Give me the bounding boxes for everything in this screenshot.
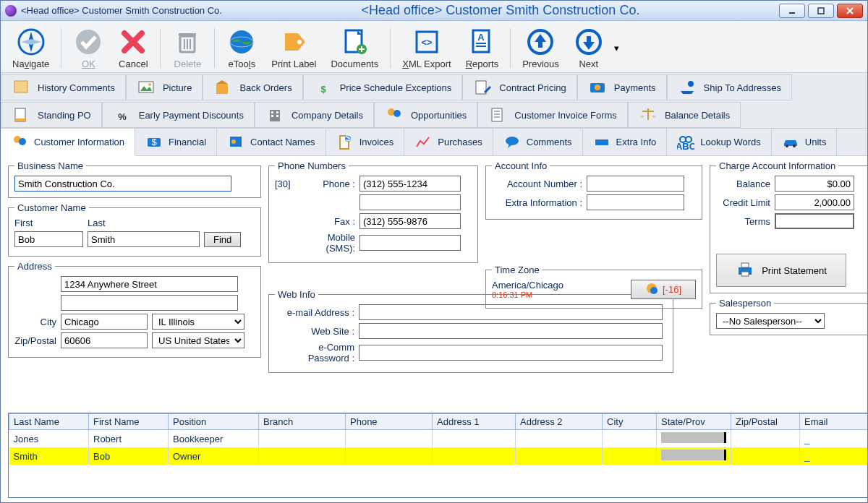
credit-input[interactable]: [775, 194, 854, 210]
minimize-button[interactable]: [779, 4, 805, 18]
table-row[interactable]: SmithBobOwner_: [9, 447, 868, 465]
first-name-input[interactable]: [14, 231, 83, 247]
tab-lookup-words[interactable]: ABCLookup Words: [667, 129, 772, 155]
svg-rect-1: [818, 8, 824, 14]
find-button[interactable]: Find: [204, 232, 241, 247]
trash-icon: [172, 27, 203, 57]
website-input[interactable]: [359, 323, 663, 339]
print-label-label: Print Label: [271, 59, 316, 69]
tab-comments[interactable]: Comments: [493, 129, 583, 155]
web-legend: Web Info: [275, 289, 318, 300]
last-name-input[interactable]: [88, 231, 200, 247]
maximize-button[interactable]: [808, 4, 834, 18]
x-icon: [118, 27, 148, 57]
phone-group: Phone Numbers [30] Phone : Fax : Mobile …: [268, 160, 478, 263]
tab-units[interactable]: Units: [772, 129, 838, 155]
company-details-button[interactable]: Company Details: [255, 102, 374, 128]
reports-button[interactable]: A Reports: [459, 24, 506, 72]
close-button[interactable]: [837, 4, 863, 18]
documents-label: Documents: [331, 59, 378, 69]
zip-label: Zip/Postal: [14, 335, 56, 346]
standing-po-button[interactable]: Standing PO: [1, 102, 102, 128]
mobile-input[interactable]: [359, 235, 461, 251]
table-row[interactable]: JonesRobertBookkeeper_: [9, 430, 868, 448]
comment-icon: [503, 134, 521, 151]
label-icon: [278, 27, 309, 57]
svg-rect-49: [271, 111, 273, 113]
terms-input[interactable]: [775, 213, 854, 229]
documents-button[interactable]: Documents: [323, 24, 386, 72]
contract-pricing-button[interactable]: Contract Pricing: [462, 74, 576, 100]
svg-rect-50: [276, 111, 278, 113]
next-dropdown[interactable]: ▾: [611, 24, 619, 72]
balance-input[interactable]: [775, 176, 854, 192]
svg-text:ABC: ABC: [677, 141, 694, 151]
phone-input[interactable]: [359, 176, 461, 192]
ecomm-input[interactable]: [359, 345, 663, 361]
price-schedule-button[interactable]: $Price Schedule Exceptions: [303, 74, 463, 100]
next-label: Next: [579, 59, 598, 69]
email-label: e-mail Address :: [275, 307, 354, 318]
document-plus-icon: [339, 27, 370, 57]
back-orders-button[interactable]: Back Orders: [203, 74, 302, 100]
chart-icon: [414, 134, 432, 151]
phone2-input[interactable]: [359, 194, 461, 210]
street1-input[interactable]: [61, 276, 238, 292]
tab-purchases[interactable]: Purchases: [404, 129, 493, 155]
invoice-forms-button[interactable]: Customer Invoice Forms: [477, 102, 628, 128]
delete-button: Delete: [165, 24, 210, 72]
tab-customer-information[interactable]: Customer Information: [1, 129, 135, 156]
customer-name-group: Customer Name First Last Find: [8, 202, 261, 257]
fax-input[interactable]: [359, 213, 461, 229]
tab-contact-names[interactable]: Contact Names: [217, 129, 326, 155]
opportunities-button[interactable]: Opportunities: [374, 102, 477, 128]
contacts-icon: [227, 134, 244, 151]
delete-label: Delete: [174, 59, 202, 69]
previous-button[interactable]: Previous: [515, 24, 566, 72]
extra-icon: [593, 134, 610, 151]
early-payment-button[interactable]: %Early Payment Discounts: [102, 102, 255, 128]
ok-button: OK: [66, 24, 111, 72]
ship-to-button[interactable]: Ship To Addresses: [667, 74, 792, 100]
fax-label: Fax :: [301, 216, 355, 227]
tab-invoices[interactable]: $Invoices: [326, 129, 405, 155]
svg-point-36: [148, 83, 151, 86]
scroll-icon: [12, 78, 30, 97]
code-icon: <>: [412, 27, 442, 57]
tab-extra-info[interactable]: Extra Info: [583, 129, 668, 155]
print-label-button[interactable]: Print Label: [264, 24, 323, 72]
tab-financial[interactable]: $Financial: [135, 129, 217, 155]
timezone-offset-button[interactable]: [-16]: [631, 280, 696, 299]
window-main-title: <Head office> Customer Smith Constructio…: [222, 3, 779, 18]
city-input[interactable]: [61, 314, 148, 330]
picture-button[interactable]: Picture: [126, 74, 203, 100]
abc-icon: ABC: [677, 134, 694, 151]
street2-input[interactable]: [61, 295, 238, 311]
history-comments-button[interactable]: History Comments: [1, 74, 126, 100]
business-name-input[interactable]: [14, 176, 231, 192]
printer-icon: [736, 260, 754, 281]
navigate-button[interactable]: Navigate: [5, 24, 56, 72]
svg-point-54: [393, 110, 401, 117]
balance-details-button[interactable]: Balance Details: [628, 102, 741, 128]
svg-point-79: [650, 287, 658, 294]
state-select[interactable]: IL Illinois: [152, 314, 244, 330]
payments-button[interactable]: Payments: [577, 74, 667, 100]
salesperson-select[interactable]: --No Salesperson--: [716, 313, 825, 329]
percent-icon: %: [113, 106, 132, 124]
next-button[interactable]: Next: [566, 24, 611, 72]
ship-icon: [678, 78, 697, 97]
zip-input[interactable]: [61, 332, 148, 348]
etools-button[interactable]: eTools: [219, 24, 264, 72]
xml-export-button[interactable]: <> XML Export: [395, 24, 458, 72]
contacts-grid[interactable]: Last Name First Name Position Branch Pho…: [8, 413, 867, 498]
people-icon: [385, 106, 404, 124]
extra-info-input[interactable]: [587, 194, 684, 210]
cancel-button[interactable]: Cancel: [111, 24, 156, 72]
app-window: <Head office> Customer Smith Constructio…: [0, 0, 868, 503]
country-select[interactable]: US United States: [152, 332, 244, 348]
tab-strip: Customer Information $Financial Contact …: [1, 129, 867, 156]
account-number-input[interactable]: [587, 176, 684, 192]
svg-point-44: [688, 81, 694, 87]
print-statement-button[interactable]: Print Statement: [716, 254, 846, 287]
